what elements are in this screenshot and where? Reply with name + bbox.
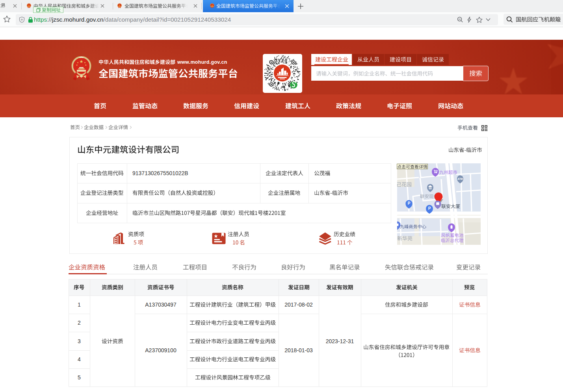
svg-text:P: P	[408, 201, 411, 205]
svg-text:P: P	[428, 206, 431, 211]
svg-text:ATM: ATM	[457, 178, 463, 180]
